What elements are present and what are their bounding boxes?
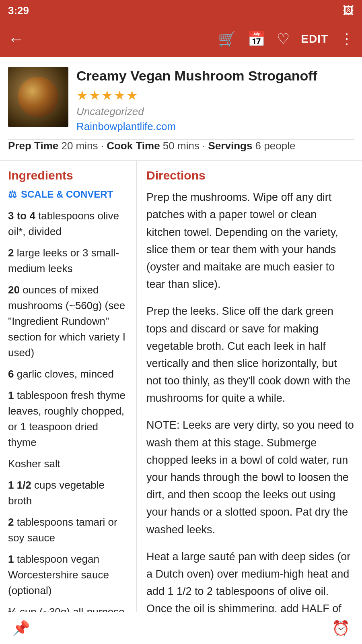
ingredient-item: Kosher salt xyxy=(8,456,128,472)
ingredient-item: 2 tablespoons tamari or soy sauce xyxy=(8,514,128,546)
direction-paragraph: Prep the leeks. Slice off the dark green… xyxy=(146,303,354,407)
ingredient-qty: 3 to 4 xyxy=(8,210,35,222)
ingredient-item: 20 ounces of mixed mushrooms (~560g) (se… xyxy=(8,282,128,361)
scale-convert-button[interactable]: ⚖ SCALE & CONVERT xyxy=(8,189,128,200)
recipe-title: Creamy Vegan Mushroom Stroganoff xyxy=(76,67,354,85)
status-icons: 🖼 xyxy=(343,4,354,17)
ingredient-qty: 1 xyxy=(8,553,14,565)
edit-button[interactable]: EDIT xyxy=(301,33,328,45)
directions-list: Prep the mushrooms. Wipe off any dirt pa… xyxy=(146,189,354,644)
ingredient-qty: 2 xyxy=(8,247,14,259)
ingredient-item: 1 tablespoon fresh thyme leaves, roughly… xyxy=(8,388,128,450)
recipe-header: Creamy Vegan Mushroom Stroganoff ★★★★★ U… xyxy=(0,57,362,139)
basket-icon[interactable]: 🛒 xyxy=(218,31,236,47)
ingredient-qty: 6 xyxy=(8,368,14,380)
status-bar: 3:29 🖼 xyxy=(0,0,362,21)
ingredient-item: 6 garlic cloves, minced xyxy=(8,366,128,382)
recipe-image xyxy=(8,67,68,127)
nav-right: 🛒 📅 ♡ EDIT ⋮ xyxy=(218,31,354,47)
ingredient-qty: 1 xyxy=(8,389,14,401)
nav-bar: ← 🛒 📅 ♡ EDIT ⋮ xyxy=(0,21,362,57)
ingredient-item: 3 to 4 tablespoons olive oil*, divided xyxy=(8,208,128,239)
recipe-thumbnail xyxy=(8,67,68,127)
recipe-stars: ★★★★★ xyxy=(76,88,354,103)
servings-label: Servings xyxy=(208,140,253,152)
directions-title: Directions xyxy=(146,169,354,182)
image-status-icon: 🖼 xyxy=(343,4,354,17)
ingredient-qty: 20 xyxy=(8,284,20,296)
recipe-meta: Prep Time 20 mins · Cook Time 50 mins · … xyxy=(0,140,362,161)
ingredient-qty: 1 1/2 xyxy=(8,479,31,491)
recipe-category: Uncategorized xyxy=(76,105,354,118)
bottom-bar: 📌 ⏰ xyxy=(0,612,362,644)
back-button[interactable]: ← xyxy=(8,30,24,48)
timer-icon[interactable]: ⏰ xyxy=(332,620,350,637)
ingredient-qty: 2 xyxy=(8,516,14,528)
ingredient-item: 1 tablespoon vegan Worcestershire sauce … xyxy=(8,551,128,599)
scale-convert-label: SCALE & CONVERT xyxy=(21,189,113,200)
ingredients-title: Ingredients xyxy=(8,169,128,182)
scale-icon: ⚖ xyxy=(8,189,17,200)
recipe-info: Creamy Vegan Mushroom Stroganoff ★★★★★ U… xyxy=(76,67,354,133)
directions-column: Directions Prep the mushrooms. Wipe off … xyxy=(137,161,362,644)
heart-icon[interactable]: ♡ xyxy=(277,31,290,47)
prep-time-label: Prep Time xyxy=(8,140,58,152)
cook-time-label: Cook Time xyxy=(107,140,160,152)
calendar-icon[interactable]: 📅 xyxy=(247,31,265,47)
content-area: Ingredients ⚖ SCALE & CONVERT 3 to 4 tab… xyxy=(0,161,362,644)
pin-icon[interactable]: 📌 xyxy=(12,620,30,637)
ingredient-item: 2 large leeks or 3 small-medium leeks xyxy=(8,245,128,277)
nav-left: ← xyxy=(8,30,24,48)
ingredients-list: 3 to 4 tablespoons olive oil*, divided2 … xyxy=(8,208,128,644)
more-icon[interactable]: ⋮ xyxy=(339,31,354,47)
direction-paragraph: NOTE: Leeks are very dirty, so you need … xyxy=(146,417,354,538)
recipe-source-link[interactable]: Rainbowplantlife.com xyxy=(76,120,354,133)
direction-paragraph: Prep the mushrooms. Wipe off any dirt pa… xyxy=(146,189,354,293)
ingredient-item: 1 1/2 cups vegetable broth xyxy=(8,477,128,509)
ingredients-column: Ingredients ⚖ SCALE & CONVERT 3 to 4 tab… xyxy=(0,161,137,644)
food-image-decoration xyxy=(18,77,58,117)
status-time: 3:29 xyxy=(8,4,29,17)
